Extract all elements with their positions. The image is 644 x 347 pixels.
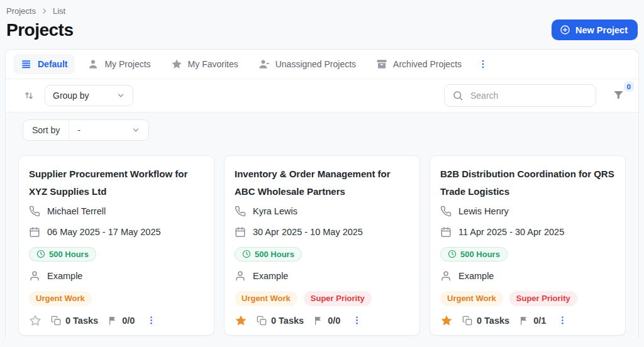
project-card[interactable]: Supplier Procurement Workflow for XYZ Su… (18, 155, 214, 336)
tabs: DefaultMy ProjectsMy FavoritesUnassigned… (6, 50, 638, 79)
flags-label: 0/0 (122, 316, 135, 326)
calendar-icon (235, 226, 246, 238)
owner-name: Example (253, 271, 288, 281)
milestones-count: 0/0 (313, 316, 340, 326)
sort-by-value: - (77, 125, 80, 135)
tags-row: Urgent Work (29, 291, 204, 306)
sort-arrows-icon[interactable] (23, 90, 35, 101)
tab-label-archived-projects: Archived Projects (393, 59, 462, 69)
favorite-star-outline-icon[interactable] (29, 314, 42, 327)
milestones-count: 0/0 (108, 316, 135, 326)
favorite-star-filled-icon[interactable] (440, 314, 453, 327)
tab-label-my-favorites: My Favorites (188, 59, 238, 69)
filter-count-badge: 0 (624, 82, 634, 92)
phone-icon (235, 206, 246, 217)
tabs-more-icon[interactable] (474, 57, 492, 72)
flag-icon (519, 316, 529, 326)
sort-by-select[interactable]: - (69, 120, 148, 140)
tag-urgent-work: Urgent Work (235, 291, 297, 306)
filter-button[interactable]: 0 (613, 89, 625, 103)
projects-panel: DefaultMy ProjectsMy FavoritesUnassigned… (5, 49, 639, 338)
tag-super-priority: Super Priority (304, 291, 372, 306)
card-footer: 0 Tasks0/1 (440, 314, 615, 327)
clock-icon (448, 250, 457, 258)
tab-default[interactable]: Default (13, 54, 75, 74)
search-icon (452, 90, 464, 101)
tags-row: Urgent WorkSuper Priority (440, 291, 615, 306)
flags-label: 0/1 (533, 316, 546, 326)
project-title: Supplier Procurement Workflow for XYZ Su… (29, 165, 204, 201)
card-more-icon[interactable] (350, 314, 364, 326)
hours-value: 500 Hours (460, 250, 500, 259)
project-title: B2B Distribution Coordination for QRS Tr… (440, 165, 615, 201)
project-card[interactable]: B2B Distribution Coordination for QRS Tr… (430, 155, 626, 336)
contact-row: Michael Terrell (29, 206, 204, 217)
favorite-star-filled-icon[interactable] (235, 314, 247, 327)
top-bar: Projects List Projects New Project (0, 0, 644, 40)
tab-my-favorites[interactable]: My Favorites (164, 54, 246, 74)
person-icon (87, 58, 99, 70)
tab-label-unassigned-projects: Unassigned Projects (275, 59, 356, 69)
owner-row: Example (29, 270, 204, 282)
tasks-icon (51, 316, 61, 326)
card-footer: 0 Tasks0/0 (29, 314, 204, 327)
tab-label-default: Default (38, 59, 67, 69)
tab-unassigned-projects[interactable]: Unassigned Projects (251, 54, 364, 74)
list-icon (21, 58, 32, 70)
phone-icon (29, 206, 40, 217)
sort-by-label: Sort by (23, 120, 69, 140)
tab-archived-projects[interactable]: Archived Projects (369, 54, 469, 74)
new-project-button[interactable]: New Project (552, 19, 638, 40)
dates-row: 30 Apr 2025 - 10 May 2025 (235, 226, 409, 238)
toolbar: Group by 0 (6, 79, 638, 113)
tab-label-my-projects: My Projects (104, 59, 150, 69)
tasks-count: 0 Tasks (462, 316, 509, 326)
hours-badge: 500 Hours (235, 247, 302, 262)
hours-badge: 500 Hours (29, 247, 96, 262)
sort-control: Sort by - (23, 119, 149, 141)
tab-my-projects[interactable]: My Projects (80, 54, 158, 74)
plus-circle-icon (560, 25, 570, 35)
user-icon (235, 270, 246, 282)
flag-icon (313, 316, 323, 326)
contact-name: Michael Terrell (47, 206, 106, 216)
hours-value: 500 Hours (255, 250, 294, 259)
tasks-label: 0 Tasks (271, 316, 304, 326)
contact-name: Lewis Henry (458, 206, 509, 216)
date-range: 30 Apr 2025 - 10 May 2025 (253, 227, 363, 237)
contact-row: Kyra Lewis (235, 206, 409, 217)
clock-icon (242, 250, 251, 258)
calendar-icon (440, 226, 452, 238)
search-box (444, 84, 596, 107)
new-project-label: New Project (575, 25, 628, 35)
group-by-label: Group by (53, 91, 89, 101)
sort-bar: Sort by - (6, 113, 638, 148)
hours-value: 500 Hours (49, 250, 89, 259)
chevron-down-icon (131, 126, 140, 135)
phone-icon (440, 206, 452, 217)
milestones-count: 0/1 (519, 316, 546, 326)
tag-super-priority: Super Priority (509, 291, 577, 306)
card-more-icon[interactable] (144, 314, 158, 326)
group-by-select[interactable]: Group by (45, 85, 133, 106)
tasks-label: 0 Tasks (65, 316, 98, 326)
date-range: 06 May 2025 - 17 May 2025 (47, 227, 161, 237)
card-more-icon[interactable] (555, 314, 570, 326)
search-input[interactable] (469, 90, 588, 101)
flag-icon (108, 316, 118, 326)
tasks-count: 0 Tasks (257, 316, 304, 326)
card-footer: 0 Tasks0/0 (235, 314, 409, 327)
user-icon (29, 270, 40, 282)
archive-icon (376, 58, 387, 70)
owner-row: Example (235, 270, 409, 282)
project-card[interactable]: Inventory & Order Management for ABC Who… (224, 155, 420, 336)
owner-name: Example (458, 271, 494, 281)
owner-row: Example (440, 270, 615, 282)
tag-urgent-work: Urgent Work (440, 291, 503, 306)
breadcrumb-list[interactable]: List (53, 6, 65, 16)
tasks-count: 0 Tasks (51, 316, 98, 326)
chevron-right-icon (41, 8, 48, 14)
flags-label: 0/0 (328, 316, 340, 326)
clock-icon (36, 250, 45, 258)
breadcrumb-projects[interactable]: Projects (6, 6, 36, 16)
